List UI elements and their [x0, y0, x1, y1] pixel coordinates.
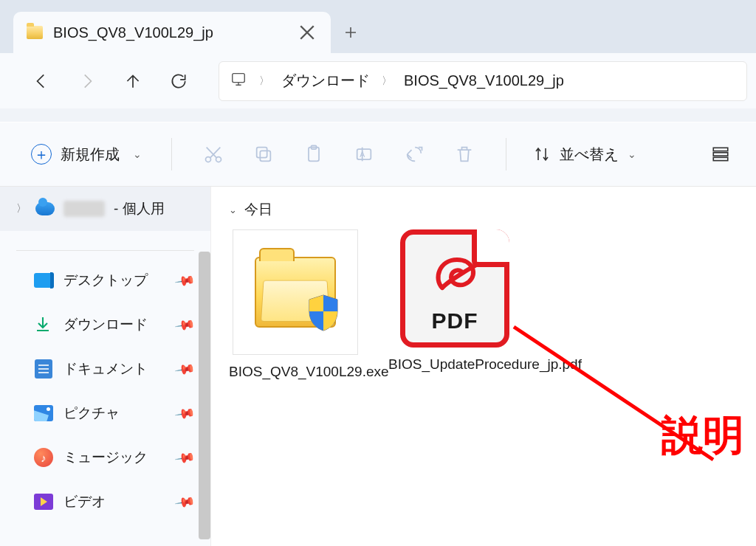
toolbar-separator	[506, 138, 506, 170]
breadcrumb-bar[interactable]: 〉 ダウンロード 〉 BIOS_QV8_V100L29_jp	[219, 61, 747, 101]
document-icon	[34, 359, 53, 379]
desktop-icon	[34, 271, 53, 290]
cut-button[interactable]	[191, 136, 236, 173]
music-icon	[34, 448, 53, 467]
chevron-right-icon: 〉	[16, 202, 27, 215]
forward-button[interactable]	[66, 61, 108, 102]
pin-icon: 📌	[173, 358, 196, 381]
file-name: BIOS_UpdateProcedure_jp.pdf	[388, 355, 521, 375]
chevron-down-icon: ⌄	[133, 148, 142, 160]
tab-active[interactable]: BIOS_QV8_V100L29_jp	[13, 12, 331, 53]
svg-text:A: A	[360, 150, 365, 159]
pin-icon: 📌	[173, 491, 196, 514]
plus-circle-icon: ＋	[31, 144, 52, 165]
divider	[16, 250, 194, 251]
delete-button[interactable]	[442, 136, 487, 173]
navigation-bar: 〉 ダウンロード 〉 BIOS_QV8_V100L29_jp	[0, 53, 756, 108]
svg-rect-3	[260, 151, 270, 161]
group-header-today[interactable]: ⌄ 今日	[229, 200, 738, 219]
uac-shield-icon	[306, 294, 340, 332]
breadcrumb-separator: 〉	[255, 75, 274, 88]
new-button[interactable]: ＋ 新規作成 ⌄	[21, 138, 152, 170]
file-item-exe[interactable]: BIOS_QV8_V100L29.exe	[229, 229, 362, 382]
svg-rect-10	[713, 153, 728, 156]
pin-icon: 📌	[173, 446, 196, 469]
tab-strip: BIOS_QV8_V100L29_jp	[0, 0, 756, 53]
pdf-icon: PDF	[400, 229, 509, 348]
toolbar-separator	[171, 138, 172, 170]
refresh-button[interactable]	[158, 61, 199, 102]
monitor-icon	[230, 71, 247, 91]
video-icon	[34, 492, 53, 511]
onedrive-root-label: - 個人用	[114, 199, 165, 218]
navigation-pane: 〉 - 個人用 デスクトップ 📌 ダウンロード 📌 ドキュメント 📌 ピクチャ	[0, 187, 211, 546]
back-button[interactable]	[21, 61, 62, 102]
svg-rect-4	[257, 148, 267, 158]
redacted-name	[63, 201, 105, 217]
svg-point-2	[216, 157, 221, 162]
paste-button[interactable]	[292, 136, 336, 173]
folder-icon	[27, 26, 43, 39]
view-button[interactable]	[706, 136, 735, 173]
annotation-label: 説明	[662, 408, 744, 464]
pin-icon: 📌	[173, 269, 196, 292]
onedrive-icon	[35, 202, 55, 215]
nav-item-desktop[interactable]: デスクトップ 📌	[0, 258, 210, 303]
nav-item-music[interactable]: ミュージック 📌	[0, 435, 210, 480]
nav-item-pictures[interactable]: ピクチャ 📌	[0, 391, 210, 435]
installer-icon	[255, 257, 336, 328]
content-area: ⌄ 今日	[211, 187, 756, 546]
breadcrumb-item-0[interactable]: ダウンロード	[281, 71, 370, 91]
pdf-badge-label: PDF	[405, 308, 504, 334]
nav-item-label: デスクトップ	[63, 271, 148, 290]
sort-button-label: 並べ替え	[560, 145, 619, 165]
file-item-pdf[interactable]: PDF BIOS_UpdateProcedure_jp.pdf	[388, 229, 521, 382]
svg-point-1	[206, 157, 211, 162]
file-name: BIOS_QV8_V100L29.exe	[229, 362, 362, 382]
new-button-label: 新規作成	[61, 145, 120, 165]
sort-button[interactable]: 並べ替え ⌄	[526, 139, 644, 170]
nav-item-label: ビデオ	[63, 492, 106, 511]
nav-item-label: ミュージック	[63, 448, 148, 467]
nav-item-label: ドキュメント	[63, 359, 148, 379]
copy-button[interactable]	[241, 136, 286, 173]
nav-item-documents[interactable]: ドキュメント 📌	[0, 347, 210, 391]
file-thumb	[233, 229, 358, 355]
nav-item-label: ダウンロード	[63, 315, 148, 334]
group-label: 今日	[244, 200, 272, 219]
navpane-scrollbar[interactable]	[199, 252, 210, 539]
breadcrumb-item-1[interactable]: BIOS_QV8_V100L29_jp	[404, 72, 564, 89]
svg-rect-0	[233, 74, 245, 83]
onedrive-root[interactable]: 〉 - 個人用	[0, 187, 210, 231]
nav-item-videos[interactable]: ビデオ 📌	[0, 480, 210, 524]
toolbar: ＋ 新規作成 ⌄ A 並べ替え ⌄	[0, 122, 756, 187]
breadcrumb-separator: 〉	[377, 75, 396, 88]
up-button[interactable]	[112, 61, 154, 102]
pin-icon: 📌	[173, 314, 196, 336]
svg-rect-11	[713, 157, 728, 160]
tab-close-button[interactable]	[297, 22, 317, 43]
picture-icon	[34, 404, 53, 423]
nav-item-downloads[interactable]: ダウンロード 📌	[0, 303, 210, 347]
download-icon	[34, 315, 53, 334]
chevron-down-icon: ⌄	[229, 204, 237, 215]
share-button[interactable]	[392, 136, 436, 173]
tab-title: BIOS_QV8_V100L29_jp	[53, 24, 286, 41]
new-tab-button[interactable]	[331, 12, 371, 53]
chevron-down-icon: ⌄	[628, 148, 636, 160]
pin-icon: 📌	[173, 402, 196, 425]
svg-rect-9	[713, 148, 728, 151]
rename-button[interactable]: A	[342, 136, 386, 173]
nav-item-label: ピクチャ	[63, 404, 120, 423]
